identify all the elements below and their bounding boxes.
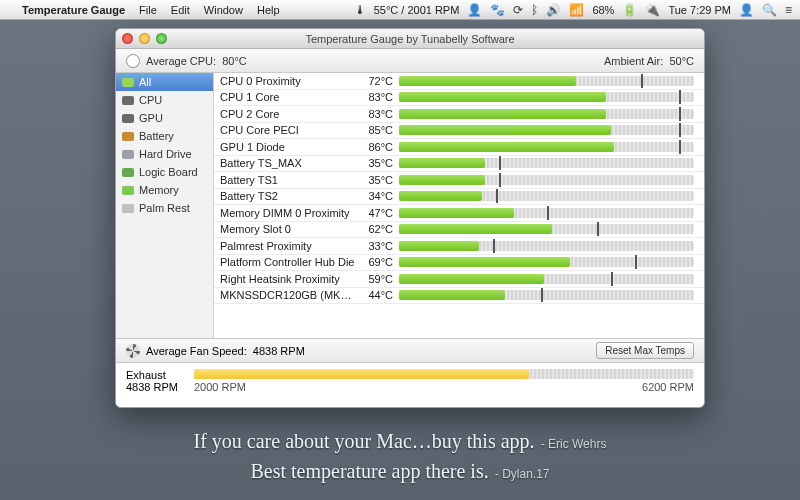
macos-menubar: Temperature Gauge File Edit Window Help … [0,0,800,20]
app-name[interactable]: Temperature Gauge [22,4,125,16]
max-marker [679,107,681,121]
wifi-tray-icon[interactable]: 📶 [569,3,584,17]
sensor-row[interactable]: Palmrest Proximity33°C [214,238,704,255]
sensor-row[interactable]: CPU Core PECI85°C [214,123,704,140]
sensor-row[interactable]: CPU 1 Core83°C [214,90,704,107]
sensor-name: Right Heatsink Proximity [214,273,359,285]
sensor-bar [399,109,694,119]
category-swatch-icon [122,132,134,141]
sensor-temp: 33°C [359,240,399,252]
sidebar-item-label: Battery [139,130,174,142]
sensor-name: GPU 1 Diode [214,141,359,153]
sensor-temp: 62°C [359,223,399,235]
sensor-name: Memory DIMM 0 Proximity [214,207,359,219]
fan-bar [194,369,694,379]
clock[interactable]: Tue 7:29 PM [668,4,731,16]
sensor-temp: 35°C [359,157,399,169]
sensor-temp: 47°C [359,207,399,219]
max-marker [641,74,643,88]
sensor-name: CPU 2 Core [214,108,359,120]
sensor-row[interactable]: MKNSSDCR120GB (MKN12…44°C [214,288,704,305]
max-marker [679,90,681,104]
sensor-bar [399,257,694,267]
sensor-temp: 83°C [359,91,399,103]
volume-tray-icon[interactable]: 🔊 [546,3,561,17]
paw-tray-icon[interactable]: 🐾 [490,3,505,17]
reset-max-temps-button[interactable]: Reset Max Temps [596,342,694,359]
sidebar-item-gpu[interactable]: GPU [116,109,213,127]
sensor-bar [399,92,694,102]
sensor-name: CPU Core PECI [214,124,359,136]
battery-tray-icon[interactable]: 🔋 [622,3,637,17]
sidebar-item-logic-board[interactable]: Logic Board [116,163,213,181]
category-swatch-icon [122,186,134,195]
sensor-row[interactable]: Battery TS_MAX35°C [214,156,704,173]
max-marker [597,222,599,236]
sidebar-item-all[interactable]: All [116,73,213,91]
zoom-icon[interactable] [156,33,167,44]
max-marker [499,156,501,170]
menu-temp-status[interactable]: 55°C / 2001 RPM [374,4,460,16]
fan-current: 4838 RPM [126,381,186,393]
sensor-row[interactable]: Memory DIMM 0 Proximity47°C [214,205,704,222]
sensor-temp: 85°C [359,124,399,136]
category-swatch-icon [122,114,134,123]
temp-menu-icon[interactable]: 🌡 [354,3,366,17]
charge-tray-icon[interactable]: 🔌 [645,3,660,17]
menu-help[interactable]: Help [257,4,280,16]
sidebar-item-label: GPU [139,112,163,124]
category-swatch-icon [122,78,134,87]
battery-percent[interactable]: 68% [592,4,614,16]
sensor-name: Palmrest Proximity [214,240,359,252]
bluetooth-tray-icon[interactable]: ᛒ [531,3,538,17]
sidebar-item-hard-drive[interactable]: Hard Drive [116,145,213,163]
sensor-row[interactable]: Right Heatsink Proximity59°C [214,271,704,288]
sensor-row[interactable]: Battery TS234°C [214,189,704,206]
ambient-value: 50°C [669,55,694,67]
menu-window[interactable]: Window [204,4,243,16]
sensor-bar [399,175,694,185]
category-swatch-icon [122,96,134,105]
sidebar-item-label: All [139,76,151,88]
category-sidebar: AllCPUGPUBatteryHard DriveLogic BoardMem… [116,73,214,338]
sensor-temp: 69°C [359,256,399,268]
sensor-list: CPU 0 Proximity72°CCPU 1 Core83°CCPU 2 C… [214,73,704,338]
sync-tray-icon[interactable]: ⟳ [513,3,523,17]
sensor-bar [399,208,694,218]
user-tray-icon[interactable]: 👤 [467,3,482,17]
sensor-row[interactable]: Platform Controller Hub Die69°C [214,255,704,272]
sidebar-item-cpu[interactable]: CPU [116,91,213,109]
sensor-name: Battery TS1 [214,174,359,186]
sensor-row[interactable]: CPU 0 Proximity72°C [214,73,704,90]
minimize-icon[interactable] [139,33,150,44]
sensor-row[interactable]: CPU 2 Core83°C [214,106,704,123]
sensor-temp: 83°C [359,108,399,120]
sensor-bar [399,290,694,300]
close-icon[interactable] [122,33,133,44]
max-marker [496,189,498,203]
list-menu-icon[interactable]: ≡ [785,3,792,17]
sensor-bar [399,241,694,251]
sensor-bar [399,224,694,234]
sidebar-item-battery[interactable]: Battery [116,127,213,145]
avg-fan-value: 4838 RPM [253,345,305,357]
sensor-row[interactable]: Battery TS135°C [214,172,704,189]
sensor-name: CPU 0 Proximity [214,75,359,87]
max-marker [541,288,543,302]
sidebar-item-palm-rest[interactable]: Palm Rest [116,199,213,217]
sensor-row[interactable]: GPU 1 Diode86°C [214,139,704,156]
max-marker [635,255,637,269]
sensor-bar [399,142,694,152]
category-swatch-icon [122,204,134,213]
window-titlebar[interactable]: Temperature Gauge by Tunabelly Software [116,29,704,49]
sidebar-item-memory[interactable]: Memory [116,181,213,199]
spotlight-icon[interactable]: 👤 [739,3,754,17]
menu-edit[interactable]: Edit [171,4,190,16]
avg-cpu-value: 80°C [222,55,247,67]
sidebar-item-label: Hard Drive [139,148,192,160]
max-marker [493,239,495,253]
fan-name: Exhaust [126,369,186,381]
sensor-row[interactable]: Memory Slot 062°C [214,222,704,239]
search-icon[interactable]: 🔍 [762,3,777,17]
menu-file[interactable]: File [139,4,157,16]
